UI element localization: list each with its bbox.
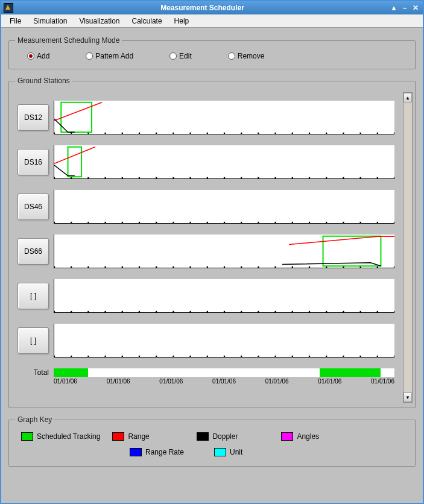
key-scheduled: Scheduled Tracking	[21, 432, 100, 441]
axis-tick-label: 01/01/06	[371, 378, 394, 385]
station-button[interactable]: [ ]	[17, 283, 49, 309]
key-range-rate: Range Rate	[130, 448, 202, 456]
mode-legend: Measurement Scheduling Mode	[15, 36, 122, 45]
station-row: DS12	[17, 101, 394, 134]
close-button[interactable]: ✕	[411, 3, 420, 13]
mode-fieldset: Measurement Scheduling Mode Add Pattern …	[8, 36, 416, 69]
menu-visualization[interactable]: Visualization	[73, 16, 125, 27]
rollup-button[interactable]: ▴	[389, 3, 399, 13]
radio-label: Remove	[238, 52, 265, 60]
stations-fieldset: Ground Stations DS12DS16DS46DS66[ ][ ] T…	[8, 77, 416, 408]
swatch-unit	[214, 448, 226, 456]
radio-add[interactable]: Add	[27, 52, 49, 60]
axis-tick-label: 01/01/06	[212, 378, 236, 385]
radio-label: Add	[37, 52, 49, 60]
axis-labels: 01/01/0601/01/0601/01/0601/01/0601/01/06…	[54, 378, 394, 385]
station-chart[interactable]	[54, 190, 394, 224]
key-label: Scheduled Tracking	[37, 432, 100, 441]
station-button[interactable]: DS12	[17, 104, 49, 131]
scroll-down-button[interactable]: ▼	[403, 392, 412, 402]
content-area: Measurement Scheduling Mode Add Pattern …	[1, 28, 423, 503]
menu-help[interactable]: Help	[168, 16, 195, 27]
radio-icon	[228, 52, 235, 60]
key-doppler: Doppler	[197, 432, 269, 441]
radio-remove[interactable]: Remove	[228, 52, 265, 60]
key-angles: Angles	[281, 432, 353, 441]
svg-rect-21	[61, 102, 92, 133]
axis-tick-label: 01/01/06	[54, 378, 77, 385]
total-bar	[54, 368, 394, 377]
radio-icon	[27, 52, 34, 60]
station-chart[interactable]	[54, 145, 394, 179]
window-title: Measurement Scheduler	[17, 4, 388, 12]
key-label: Range Rate	[145, 448, 184, 456]
scrollbar[interactable]: ▲ ▼	[403, 92, 413, 403]
swatch-range	[112, 432, 124, 441]
radio-icon	[86, 52, 93, 60]
radio-icon	[169, 52, 177, 60]
station-button[interactable]: DS16	[17, 149, 49, 175]
axis-tick-label: 01/01/06	[159, 378, 183, 385]
radio-pattern-add[interactable]: Pattern Add	[86, 52, 133, 60]
app-icon	[4, 3, 13, 13]
station-chart[interactable]	[54, 101, 394, 134]
key-row-2: Range Rate Unit	[15, 444, 409, 460]
radio-label: Edit	[179, 52, 192, 60]
station-row: DS66	[17, 235, 394, 268]
total-chart: 01/01/0601/01/0601/01/0601/01/0601/01/06…	[54, 368, 394, 385]
station-row: DS46	[17, 190, 394, 224]
axis-tick-label: 01/01/06	[107, 378, 130, 385]
menu-simulation[interactable]: Simulation	[27, 16, 73, 27]
stations-container: DS12DS16DS46DS66[ ][ ]	[15, 101, 409, 358]
station-button[interactable]: DS66	[17, 238, 49, 265]
radio-label: Pattern Add	[95, 52, 133, 60]
key-label: Unit	[230, 448, 242, 456]
total-label: Total	[17, 368, 49, 377]
axis-tick-label: 01/01/06	[318, 378, 341, 385]
svg-rect-43	[68, 147, 82, 177]
station-row: [ ]	[17, 279, 394, 313]
station-chart[interactable]	[54, 324, 394, 358]
station-row: DS16	[17, 145, 394, 179]
swatch-doppler	[197, 432, 209, 441]
key-row-1: Scheduled Tracking Range Doppler Angles	[15, 429, 409, 444]
axis-tick-label: 01/01/06	[265, 378, 289, 385]
titlebar: Measurement Scheduler ▴ – ✕	[1, 1, 423, 14]
station-button[interactable]: DS46	[17, 194, 49, 220]
station-row: [ ]	[17, 324, 394, 358]
key-label: Angles	[297, 432, 319, 441]
swatch-scheduled	[21, 432, 33, 441]
menu-calculate[interactable]: Calculate	[126, 16, 168, 27]
swatch-angles	[281, 432, 293, 441]
total-row: Total 01/01/0601/01/0601/01/0601/01/0601…	[17, 368, 394, 385]
mode-row: Add Pattern Add Edit Remove	[15, 49, 409, 63]
stations-legend: Ground Stations	[15, 77, 72, 85]
key-fieldset: Graph Key Scheduled Tracking Range Doppl…	[8, 415, 416, 467]
station-button[interactable]: [ ]	[17, 327, 49, 354]
minimize-button[interactable]: –	[400, 3, 410, 13]
scroll-up-button[interactable]: ▲	[403, 93, 412, 102]
key-label: Doppler	[212, 432, 238, 441]
window-frame: Measurement Scheduler ▴ – ✕ File Simulat…	[0, 0, 424, 504]
key-legend: Graph Key	[15, 415, 54, 424]
station-chart[interactable]	[54, 235, 394, 268]
key-label: Range	[128, 432, 149, 441]
menu-file[interactable]: File	[4, 16, 27, 27]
radio-edit[interactable]: Edit	[169, 52, 192, 60]
menubar: File Simulation Visualization Calculate …	[1, 14, 423, 28]
station-chart[interactable]	[54, 279, 394, 313]
swatch-range-rate	[130, 448, 142, 456]
key-unit: Unit	[214, 448, 286, 456]
key-range: Range	[112, 432, 185, 441]
